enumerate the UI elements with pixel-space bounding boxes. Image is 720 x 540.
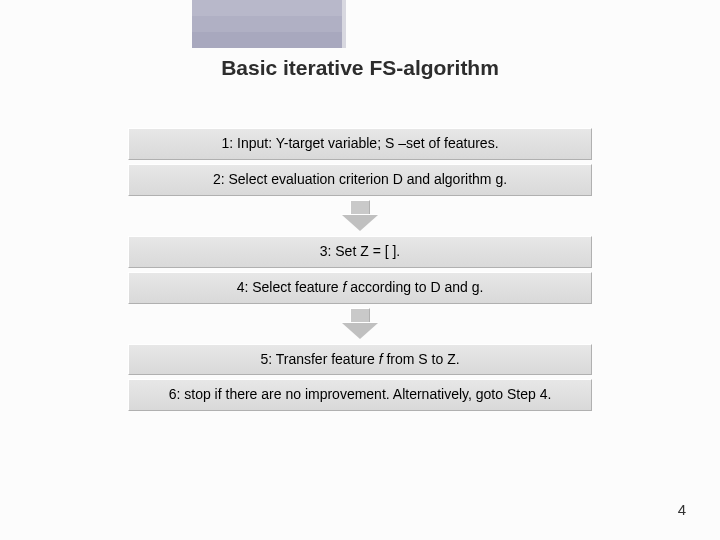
algorithm-steps: 1: Input: Y-target variable; S –set of f… — [128, 128, 592, 415]
step-6: 6: stop if there are no improvement. Alt… — [128, 379, 592, 411]
down-arrow-icon — [350, 308, 370, 322]
step-5: 5: Transfer feature f from S to Z. — [128, 344, 592, 376]
step-4-pre: 4: Select feature — [237, 279, 343, 295]
step-2: 2: Select evaluation criterion D and alg… — [128, 164, 592, 196]
step-3: 3: Set Z = [ ]. — [128, 236, 592, 268]
step-1: 1: Input: Y-target variable; S –set of f… — [128, 128, 592, 160]
step-4-post: according to D and g. — [346, 279, 483, 295]
step-5-pre: 5: Transfer feature — [260, 351, 378, 367]
step-1-text: 1: Input: Y-target variable; S –set of f… — [221, 135, 498, 151]
page-number: 4 — [678, 501, 686, 518]
step-6-text: 6: stop if there are no improvement. Alt… — [169, 386, 552, 402]
slide-title: Basic iterative FS-algorithm — [0, 56, 720, 80]
header-decoration — [192, 0, 342, 48]
step-2-text: 2: Select evaluation criterion D and alg… — [213, 171, 507, 187]
arrow-2 — [128, 308, 592, 342]
arrow-1 — [128, 200, 592, 234]
step-4: 4: Select feature f according to D and g… — [128, 272, 592, 304]
step-5-post: from S to Z. — [383, 351, 460, 367]
step-3-text: 3: Set Z = [ ]. — [320, 243, 401, 259]
down-arrow-icon — [350, 200, 370, 214]
